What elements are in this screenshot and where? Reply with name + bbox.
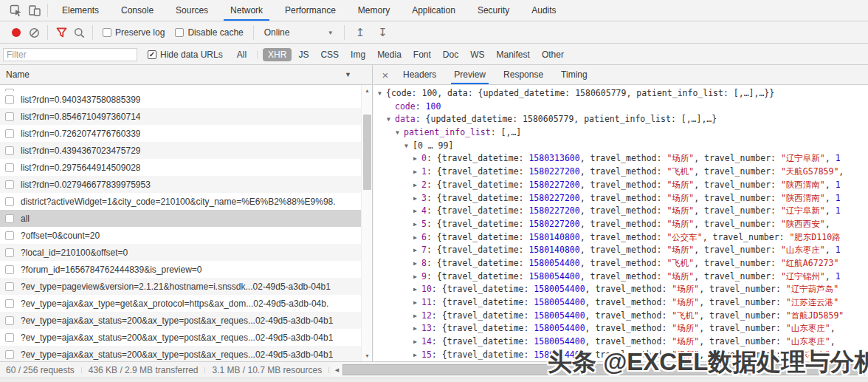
tab-application[interactable]: Application (401, 0, 466, 21)
collapsed-arrow-icon[interactable]: ▶ (413, 166, 421, 179)
request-checkbox[interactable] (5, 282, 14, 291)
json-tree-line[interactable]: ▶8: {travel_datetime: 1580054400, travel… (373, 257, 868, 270)
collapsed-arrow-icon[interactable]: ▶ (413, 349, 421, 361)
request-checkbox[interactable] (5, 129, 14, 138)
json-tree-line[interactable]: ▶13: {travel_datetime: 1580054400, trave… (373, 322, 868, 335)
collapsed-arrow-icon[interactable]: ▶ (413, 296, 421, 310)
request-checkbox[interactable] (5, 112, 14, 121)
json-tree-line[interactable]: ▶12: {travel_datetime: 1580054400, trave… (373, 310, 868, 323)
expanded-arrow-icon[interactable]: ▼ (396, 126, 404, 140)
json-tree-line[interactable]: ▼{code: 100, data: {updated_datetime: 15… (373, 87, 868, 100)
details-tab-preview[interactable]: Preview (445, 65, 495, 84)
json-tree-line[interactable]: ▼data: {updated_datetime: 1580605779, pa… (373, 113, 868, 126)
request-row[interactable]: ?ev_type=pageview&version=2.1.21&hostnam… (0, 278, 361, 295)
collapsed-arrow-icon[interactable]: ▶ (413, 152, 421, 166)
request-checkbox[interactable] (5, 265, 14, 274)
request-checkbox[interactable] (5, 333, 14, 342)
tab-audits[interactable]: Audits (520, 0, 567, 21)
scrollbar-thumb[interactable] (363, 115, 371, 190)
filter-toggle-button[interactable] (52, 24, 70, 41)
vertical-scrollbar[interactable]: ▲ ▼ (361, 85, 372, 361)
filter-pill-img[interactable]: Img (345, 48, 371, 61)
request-row[interactable]: all (0, 210, 361, 227)
collapsed-arrow-icon[interactable]: ▶ (413, 192, 421, 205)
record-button[interactable] (7, 24, 25, 41)
expanded-arrow-icon[interactable]: ▼ (404, 140, 413, 153)
collapsed-arrow-icon[interactable]: ▶ (413, 244, 421, 257)
tab-console[interactable]: Console (110, 0, 165, 21)
request-row[interactable]: ?ev_type=ajax&ax_status=200&ax_type=post… (0, 329, 361, 346)
filter-pill-ws[interactable]: WS (465, 48, 489, 61)
json-tree-line[interactable]: ▶10: {travel_datetime: 1580054400, trave… (373, 283, 868, 296)
collapsed-arrow-icon[interactable]: ▶ (413, 231, 421, 245)
json-tree-line[interactable]: ▶1: {travel_datetime: 1580227200, travel… (373, 166, 868, 179)
scroll-up-icon[interactable]: ▲ (362, 85, 373, 96)
tab-memory[interactable]: Memory (347, 0, 401, 21)
filter-pill-manifest[interactable]: Manifest (492, 48, 535, 61)
json-tree-line[interactable]: ▶4: {travel_datetime: 1580227200, travel… (373, 205, 868, 218)
tab-network[interactable]: Network (219, 0, 274, 21)
collapsed-arrow-icon[interactable]: ▶ (413, 218, 421, 231)
inspect-element-icon[interactable] (6, 1, 25, 20)
request-checkbox[interactable] (5, 231, 14, 240)
throttling-dropdown[interactable]: Online ▼ (258, 27, 340, 38)
clear-button[interactable] (25, 24, 43, 41)
request-checkbox[interactable] (5, 214, 14, 223)
scroll-left-icon[interactable]: ◀ (332, 367, 342, 373)
request-checkbox[interactable] (5, 316, 14, 325)
request-row-partial[interactable] (0, 85, 361, 91)
json-tree-line[interactable]: ▼patient_info_list: [,…] (373, 126, 868, 140)
filter-pill-font[interactable]: Font (408, 48, 436, 61)
filter-pill-all[interactable]: All (232, 48, 252, 61)
request-row[interactable]: ?ev_type=ajax&ax_status=200&ax_type=post… (0, 312, 361, 329)
disable-cache-checkbox[interactable]: Disable cache (175, 27, 243, 38)
collapsed-arrow-icon[interactable]: ▶ (413, 283, 421, 296)
request-checkbox[interactable] (5, 163, 14, 172)
request-checkbox[interactable] (5, 146, 14, 155)
json-tree-line[interactable]: ▶5: {travel_datetime: 1580227200, travel… (373, 218, 868, 231)
tab-sources[interactable]: Sources (165, 0, 219, 21)
json-tree-line[interactable]: ▶9: {travel_datetime: 1580054400, travel… (373, 270, 868, 284)
request-row[interactable]: list?rdn=0.9403437580885399 (0, 91, 361, 108)
request-checkbox[interactable] (5, 180, 14, 189)
json-tree-line[interactable]: ▶6: {travel_datetime: 1580140800, travel… (373, 231, 868, 245)
request-row[interactable]: ?forum_id=1656784762444839&is_preview=0 (0, 261, 361, 278)
collapsed-arrow-icon[interactable]: ▶ (413, 310, 421, 323)
tab-performance[interactable]: Performance (274, 0, 347, 21)
import-har-icon[interactable]: ↥ (349, 26, 372, 39)
filter-input[interactable] (3, 48, 137, 61)
filter-pill-other[interactable]: Other (537, 48, 569, 61)
search-button[interactable] (70, 24, 88, 41)
request-row[interactable]: ?ev_type=ajax&ax_type=get&ax_protocol=ht… (0, 295, 361, 312)
filter-pill-js[interactable]: JS (293, 48, 314, 61)
preserve-log-checkbox[interactable]: Preserve log (103, 27, 165, 38)
collapsed-arrow-icon[interactable]: ▶ (413, 205, 421, 218)
request-row[interactable]: list?rdn=0.4394367023475729 (0, 142, 361, 159)
request-row[interactable]: ?offset=0&count=20 (0, 227, 361, 244)
request-checkbox[interactable] (5, 350, 14, 359)
json-tree-line[interactable]: ▶3: {travel_datetime: 1580227200, travel… (373, 192, 868, 205)
request-row[interactable]: ?local_id=210100&offset=0 (0, 244, 361, 261)
details-tab-timing[interactable]: Timing (552, 65, 596, 84)
expanded-arrow-icon[interactable]: ▼ (378, 87, 386, 100)
scroll-down-icon[interactable]: ▼ (362, 350, 373, 361)
tab-elements[interactable]: Elements (51, 0, 110, 21)
collapsed-arrow-icon[interactable]: ▶ (413, 179, 421, 192)
request-row[interactable]: list?rdn=0.7262074776760339 (0, 125, 361, 142)
request-checkbox[interactable] (5, 299, 14, 308)
json-tree-line[interactable]: ▶0: {travel_datetime: 1580313600, travel… (373, 152, 868, 166)
details-tab-response[interactable]: Response (495, 65, 552, 84)
request-row[interactable]: district?activeWidget=1&city_code=210100… (0, 193, 361, 210)
filter-pill-media[interactable]: Media (372, 48, 407, 61)
request-row[interactable]: ?ev_type=ajax&ax_status=200&ax_type=post… (0, 346, 361, 361)
json-tree-line[interactable]: ▶11: {travel_datetime: 1580054400, trave… (373, 296, 868, 310)
filter-pill-css[interactable]: CSS (315, 48, 344, 61)
close-details-button[interactable]: × (376, 65, 394, 84)
request-checkbox[interactable] (5, 95, 14, 104)
name-column-header[interactable]: Name ▼ (0, 65, 372, 85)
json-tree-line[interactable]: ▶7: {travel_datetime: 1580140800, travel… (373, 244, 868, 257)
export-har-icon[interactable]: ↧ (371, 26, 394, 39)
expanded-arrow-icon[interactable]: ▼ (387, 113, 395, 126)
details-tab-headers[interactable]: Headers (394, 65, 445, 84)
request-row[interactable]: list?rdn=0.2975644914509028 (0, 159, 361, 176)
